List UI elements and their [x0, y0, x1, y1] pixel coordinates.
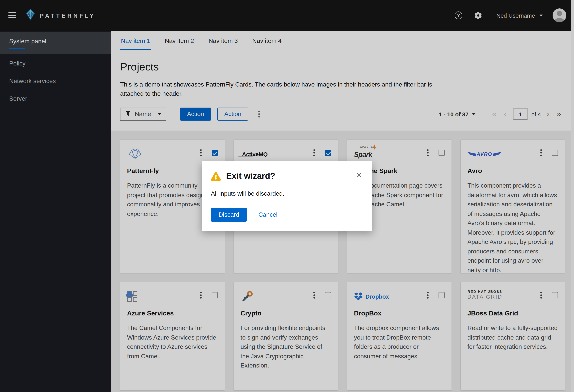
- application-window: PATTERNFLY ? Ned Username System panel P…: [0, 0, 574, 392]
- discard-button[interactable]: Discard: [211, 208, 247, 222]
- modal-body-text: All inputs will be discarded.: [211, 190, 363, 197]
- cancel-button[interactable]: Cancel: [258, 211, 277, 218]
- warning-triangle-icon: [211, 172, 221, 181]
- scrollbar[interactable]: [571, 0, 574, 392]
- exit-wizard-modal: Exit wizard? All inputs will be discarde…: [202, 161, 372, 231]
- modal-title: Exit wizard?: [226, 171, 275, 181]
- close-icon[interactable]: [355, 171, 363, 179]
